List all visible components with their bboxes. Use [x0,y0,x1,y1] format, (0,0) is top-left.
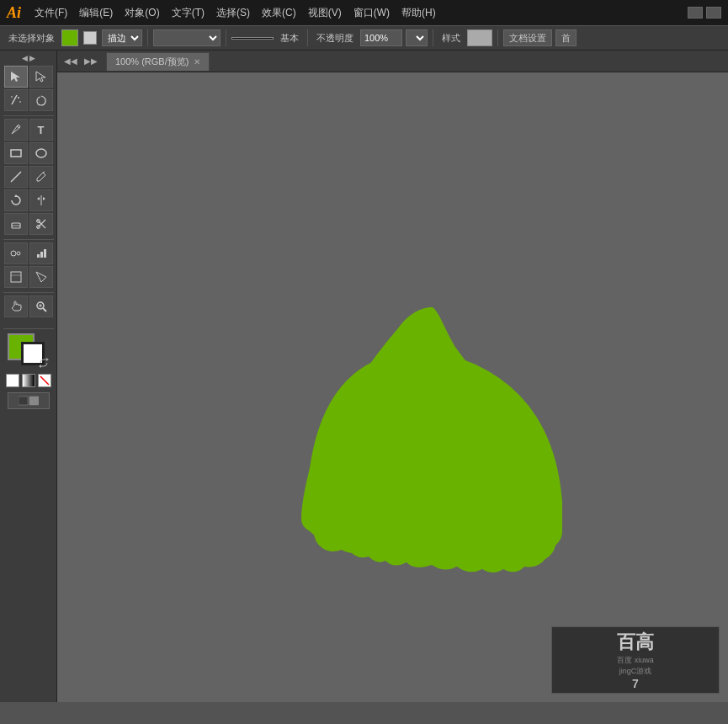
color-section [3,326,54,409]
svg-line-9 [43,172,45,173]
main-drawing-svg [57,51,728,702]
tool-divider-2 [3,239,54,240]
svg-rect-32 [19,397,28,405]
magic-wand-tool[interactable] [4,89,28,111]
tool-row-pen: T [4,119,53,141]
direct-selection-tool[interactable] [29,66,53,88]
stroke-color-swatch[interactable] [83,31,97,45]
reflect-tool[interactable] [29,189,53,211]
gradient-mode-icon[interactable] [22,374,35,387]
tool-row-shape [4,142,53,164]
stroke-style-dropdown[interactable] [153,29,221,46]
status-label: 未选择对象 [5,30,58,46]
svg-point-5 [18,97,19,98]
svg-marker-1 [36,72,45,82]
menu-help[interactable]: 帮助(H) [396,4,441,22]
maximize-button[interactable] [706,7,721,19]
svg-marker-12 [37,197,40,200]
swap-icon[interactable] [38,357,50,369]
divider-4 [433,29,433,46]
svg-marker-29 [46,358,49,361]
menu-effect[interactable]: 效果(C) [257,4,301,22]
hand-tool[interactable] [4,295,28,317]
doc-settings-button[interactable]: 文档设置 [503,29,552,46]
svg-line-8 [11,172,21,182]
svg-marker-0 [11,72,20,82]
tool-divider-color [3,328,54,329]
zoom-tool[interactable] [29,295,53,317]
tool-row-line [4,166,53,188]
tool-row-warp [4,89,53,111]
divider-1 [147,29,148,46]
tool-divider-1 [3,115,54,116]
style-color-swatch[interactable] [467,29,492,46]
type-tool[interactable]: T [29,119,53,141]
menu-file[interactable]: 文件(F) [29,4,72,22]
stroke-dropdown[interactable]: 描边 [102,29,142,46]
tool-row-transform [4,189,53,211]
toolbox: ◀ ▶ T [0,51,57,702]
title-bar: Ai 文件(F) 编辑(E) 对象(O) 文字(T) 选择(S) 效果(C) 视… [0,0,728,25]
tool-row-blend [4,242,53,264]
lasso-tool[interactable] [29,89,53,111]
watermark: 百高 百度 xiuwa jingC游戏 7 [551,626,720,694]
tool-row-artboard [4,266,53,288]
rectangle-tool[interactable] [4,142,28,164]
svg-rect-20 [37,254,40,258]
watermark-game: jingC游戏 [619,666,652,677]
tool-row-selection [4,66,53,88]
menu-edit[interactable]: 编辑(E) [74,4,118,22]
watermark-number: 7 [632,677,639,690]
svg-point-7 [36,149,46,157]
color-mode-icon[interactable] [6,374,19,387]
svg-line-26 [43,308,46,311]
eraser-tool[interactable] [4,213,28,235]
view-mode-button[interactable] [8,392,50,409]
tool-row-eraser [4,213,53,235]
slice-tool[interactable] [29,266,53,288]
svg-rect-6 [11,150,21,157]
app-logo: Ai [7,4,21,22]
tool-divider-3 [3,292,54,293]
svg-rect-21 [40,252,43,258]
menu-bar: 文件(F) 编辑(E) 对象(O) 文字(T) 选择(S) 效果(C) 视图(V… [29,4,441,22]
column-graph-tool[interactable] [29,242,53,264]
svg-rect-22 [44,249,46,258]
opacity-input[interactable] [360,29,402,46]
opacity-label: 不透明度 [313,30,357,46]
stroke-line-preview [231,37,274,40]
menu-window[interactable]: 窗口(W) [348,4,395,22]
options-toolbar: 未选择对象 描边 基本 不透明度 样式 文档设置 首 [0,25,728,51]
artboard-tool[interactable] [4,266,28,288]
svg-rect-23 [11,272,21,282]
svg-rect-33 [29,397,39,405]
scissors-tool[interactable] [29,213,53,235]
svg-point-18 [11,251,16,256]
watermark-logo: 百高 [617,630,654,655]
watermark-site: 百度 xiuwa [617,655,654,666]
menu-view[interactable]: 视图(V) [303,4,347,22]
fill-color-swatch[interactable] [61,29,78,46]
pencil-tool[interactable] [29,166,53,188]
svg-marker-30 [39,365,41,368]
minimize-button[interactable] [688,7,703,19]
line-tool[interactable] [4,166,28,188]
menu-object[interactable]: 对象(O) [120,4,164,22]
blend-tool[interactable] [4,242,28,264]
ellipse-tool[interactable] [29,142,53,164]
menu-select[interactable]: 选择(S) [211,4,255,22]
rotate-tool[interactable] [4,189,28,211]
mode-icons [6,374,51,387]
pen-tool[interactable] [4,119,28,141]
svg-point-19 [17,252,20,255]
opacity-mode-dropdown[interactable] [406,29,428,46]
basic-label: 基本 [277,30,302,46]
selection-tool[interactable] [4,66,28,88]
first-button[interactable]: 首 [555,29,577,46]
tool-row-zoom [4,295,53,317]
toolbox-collapse-left[interactable]: ◀ [22,54,28,62]
svg-marker-13 [43,197,45,200]
none-mode-icon[interactable] [38,374,51,387]
toolbox-collapse-right[interactable]: ▶ [29,54,35,62]
menu-text[interactable]: 文字(T) [167,4,210,22]
